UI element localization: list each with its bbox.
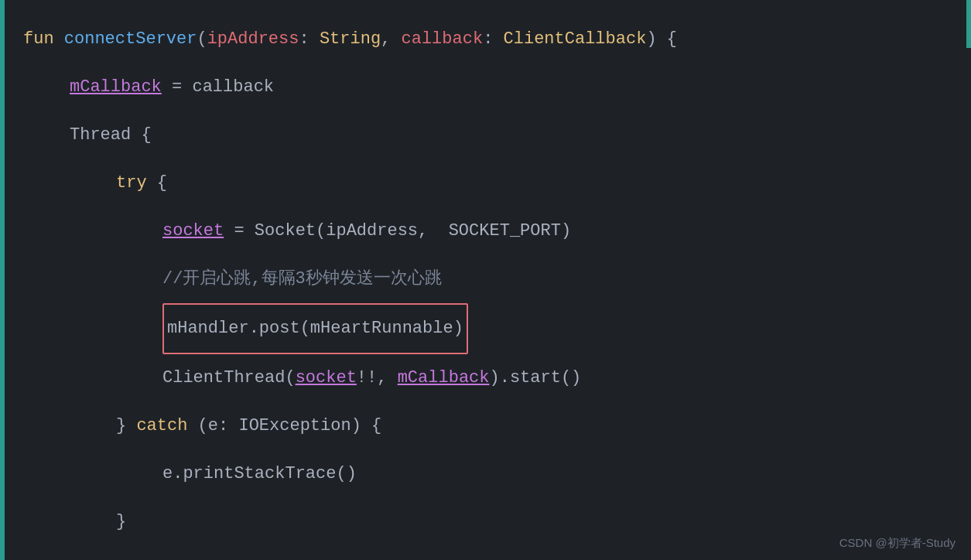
colon2: : [483,15,503,63]
keyword-fun: fun [23,15,64,63]
code-line-8: ClientThread(socket!!, mCallback).start(… [23,354,948,402]
code-line-11: } [23,498,948,546]
paren-open: ( [197,15,207,63]
right-accent-border [966,0,971,48]
highlighted-expression: mHandler.post(mHeartRunnable) [162,303,468,354]
socket-ref2: socket [296,354,357,402]
function-name: connectServer [64,15,197,63]
socket-ref: socket [162,207,224,255]
catch-exception: (e: IOException) { [187,402,381,450]
socket-assign: = Socket(ipAddress, SOCKET_PORT) [224,207,571,255]
code-line-4: try { [23,159,948,207]
mcallback-ref: mCallback [70,63,162,111]
code-line-12: }.start() [23,546,948,560]
code-block: fun connectServer(ipAddress: String, cal… [0,0,971,560]
close-paren: ) [453,305,463,353]
code-container: fun connectServer(ipAddress: String, cal… [0,0,971,560]
thread-start: }.start() [70,546,162,560]
code-line-1: fun connectServer(ipAddress: String, cal… [23,15,948,63]
code-line-2: mCallback = callback [23,63,948,111]
assign-callback: = callback [162,63,274,111]
thread-block: Thread { [70,111,152,159]
code-line-3: Thread { [23,111,948,159]
type-clientcallback: ClientCallback [504,15,647,63]
double-bang: !!, [357,354,398,402]
mcallback-ref2: mCallback [398,354,490,402]
left-accent-border [0,0,5,560]
comment-text: //开启心跳,每隔3秒钟发送一次心跳 [162,255,442,303]
mheartrunnable-ref: mHeartRunnable [310,305,453,353]
code-line-10: e.printStackTrace() [23,450,948,498]
code-line-5: socket = Socket(ipAddress, SOCKET_PORT) [23,207,948,255]
type-string: String [320,15,381,63]
code-line-9: } catch (e: IOException) { [23,402,948,450]
clientthread-call: ClientThread( [162,354,296,402]
mhandler-ref: mHandler [167,305,249,353]
paren-close-brace: ) { [646,15,677,63]
keyword-catch: catch [136,402,187,450]
param-ipaddress: ipAddress [207,15,299,63]
start-call: ).start() [490,354,582,402]
code-line-7: mHandler.post(mHeartRunnable) [23,303,948,354]
param-callback: callback [402,15,484,63]
print-stack-trace: e.printStackTrace() [162,450,357,498]
watermark: CSDN @初学者-Study [839,536,956,551]
comma1: , [381,15,401,63]
dot-post: .post( [249,305,310,353]
colon1: : [299,15,319,63]
close-catch-brace: } [116,498,126,546]
keyword-try: try [116,159,147,207]
code-line-6: //开启心跳,每隔3秒钟发送一次心跳 [23,255,948,303]
try-brace: { [147,159,167,207]
close-try-brace: } [116,402,136,450]
